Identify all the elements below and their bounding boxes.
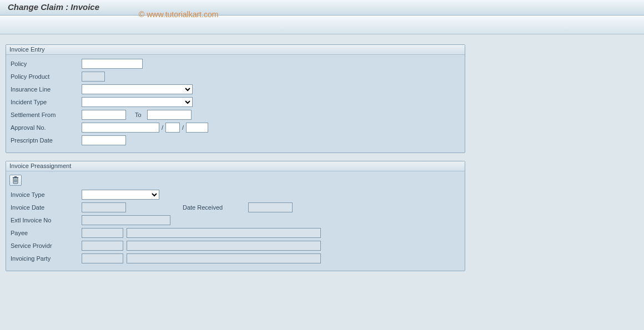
invoice-entry-title: Invoice Entry — [6, 45, 465, 55]
invoice-type-label: Invoice Type — [9, 191, 82, 198]
svg-rect-1 — [13, 177, 18, 179]
watermark-text: © www.tutorialkart.com — [139, 10, 218, 19]
policy-input[interactable] — [82, 59, 143, 69]
settlement-to-label: To — [126, 111, 147, 118]
invoice-entry-panel: Invoice Entry Policy Policy Product Insu… — [6, 44, 465, 153]
incident-type-select[interactable] — [82, 97, 193, 107]
svg-rect-2 — [14, 176, 17, 177]
approval-no-label: Approval No. — [9, 124, 82, 131]
invoice-preassignment-panel: Invoice Preassignment Invoice Type Invoi… — [6, 161, 465, 271]
date-received-input — [248, 202, 293, 212]
extl-invoice-no-label: Extl Invoice No — [9, 217, 82, 224]
approval-no-1-input[interactable] — [82, 123, 159, 133]
invoice-date-label: Invoice Date — [9, 204, 82, 211]
approval-no-3-input[interactable] — [186, 123, 208, 133]
extl-invoice-no-input — [82, 215, 170, 225]
page-title: Change Claim : Invoice — [8, 2, 99, 12]
incident-type-label: Incident Type — [9, 99, 82, 105]
toolbar-strip — [0, 16, 644, 34]
settlement-from-input[interactable] — [82, 110, 126, 120]
prescriptn-date-label: Prescriptn Date — [9, 137, 82, 144]
service-providr-code-input — [82, 241, 123, 251]
service-providr-name-input — [127, 241, 321, 251]
insurance-line-label: Insurance Line — [9, 86, 82, 93]
payee-name-input — [127, 228, 321, 238]
invoice-preassignment-title: Invoice Preassignment — [6, 161, 465, 171]
approval-sep-2: / — [180, 124, 186, 131]
insurance-line-select[interactable] — [82, 84, 193, 94]
settlement-from-label: Settlement From — [9, 111, 82, 118]
policy-label: Policy — [9, 60, 82, 67]
invoice-date-input — [82, 202, 126, 212]
invoicing-party-name-input — [127, 253, 321, 263]
content-area: Invoice Entry Policy Policy Product Insu… — [0, 34, 644, 289]
settlement-to-input[interactable] — [147, 110, 192, 120]
policy-product-label: Policy Product — [9, 73, 82, 80]
invoice-type-select[interactable] — [82, 190, 159, 200]
payee-code-input — [82, 228, 123, 238]
approval-sep-1: / — [159, 124, 165, 131]
approval-no-2-input[interactable] — [165, 123, 180, 133]
date-received-label: Date Received — [182, 204, 248, 211]
invoicing-party-code-input — [82, 253, 123, 263]
payee-label: Payee — [9, 230, 82, 236]
title-bar: Change Claim : Invoice © www.tutorialkar… — [0, 0, 644, 16]
invoicing-party-label: Invoicing Party — [9, 255, 82, 262]
service-providr-label: Service Providr — [9, 242, 82, 249]
policy-product-input — [82, 72, 105, 82]
delete-button[interactable] — [9, 175, 22, 186]
trash-icon — [12, 176, 19, 184]
prescriptn-date-input[interactable] — [82, 135, 126, 145]
